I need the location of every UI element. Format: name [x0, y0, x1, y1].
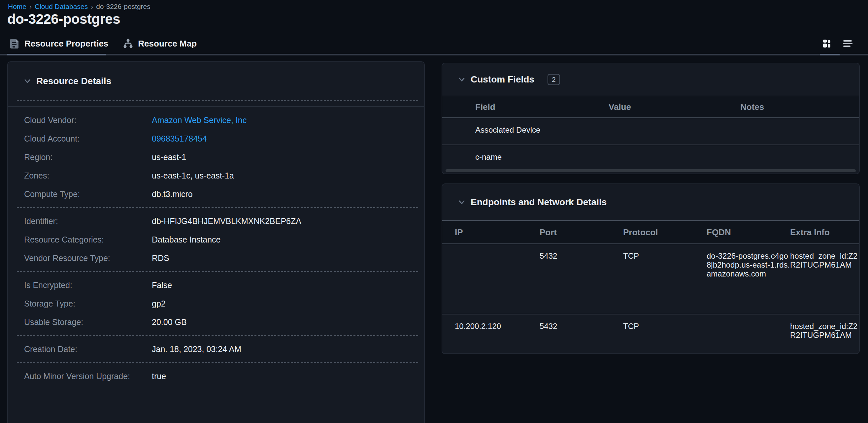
field-label: Usable Storage: — [24, 317, 152, 327]
cell-extra-info: hosted_zone_id:Z2R2ITUGPM61AM — [790, 322, 858, 339]
table-header-row: IP Port Protocol FQDN Extra Info — [442, 220, 859, 244]
active-tab-underline — [7, 54, 106, 56]
field-label: Is Encrypted: — [24, 281, 152, 290]
column-header-port: Port — [539, 227, 623, 237]
field-label: Storage Type: — [24, 299, 152, 308]
field-row-identifier: Identifier: db-HFIJG4BHJEMVBLKMXNK2BEP6Z… — [8, 212, 424, 230]
tab-bar: Resource Properties Resource Map — [0, 33, 868, 56]
field-value: us-east-1c, us-east-1a — [152, 171, 234, 181]
cell-notes — [740, 118, 859, 125]
field-value: RDS — [152, 253, 169, 263]
endpoints-card: Endpoints and Network Details IP Port Pr… — [442, 184, 860, 354]
field-label: Region: — [24, 153, 152, 162]
section-title: Custom Fields — [471, 74, 534, 85]
tab-resource-map[interactable]: Resource Map — [123, 38, 197, 49]
tab-resource-map-label: Resource Map — [138, 39, 197, 49]
field-label: Resource Categories: — [24, 235, 152, 245]
document-icon — [10, 38, 20, 49]
cell-protocol: TCP — [623, 315, 707, 331]
field-row-zones: Zones: us-east-1c, us-east-1a — [8, 166, 424, 185]
custom-fields-card: Custom Fields 2 Field Value Notes Associ… — [442, 63, 860, 174]
cell-fqdn: do-3226-postgres.c4go8jb2hodp.us-east-1.… — [707, 252, 790, 278]
field-row-resource-categories: Resource Categories: Database Instance — [8, 230, 424, 249]
cell-value — [609, 145, 740, 153]
field-label: Creation Date: — [24, 345, 152, 354]
breadcrumb-separator: › — [29, 3, 32, 10]
cell-value — [609, 118, 740, 125]
table-row: c-name — [442, 144, 859, 171]
field-label: Cloud Vendor: — [24, 116, 152, 125]
field-value: False — [152, 281, 172, 290]
count-badge: 2 — [548, 74, 560, 85]
active-view-underline — [820, 54, 840, 56]
column-header-ip: IP — [455, 227, 539, 237]
table-row: 5432 TCP do-3226-postgres.c4go8jb2hodp.u… — [442, 244, 859, 314]
sitemap-icon — [123, 38, 133, 49]
field-value: db-HFIJG4BHJEMVBLKMXNK2BEP6ZA — [152, 217, 301, 226]
cell-port: 5432 — [539, 315, 623, 331]
table-header-row: Field Value Notes — [442, 96, 859, 118]
field-value: db.t3.micro — [152, 189, 193, 199]
collapse-chevron-icon[interactable] — [458, 75, 466, 84]
breadcrumb: Home › Cloud Databases › do-3226-postgre… — [8, 3, 151, 10]
tab-resource-properties-label: Resource Properties — [24, 39, 108, 49]
field-label: Compute Type: — [24, 189, 152, 199]
section-title: Resource Details — [36, 76, 111, 87]
field-row-vendor-resource-type: Vendor Resource Type: RDS — [8, 249, 424, 267]
cell-ip: 10.200.2.120 — [455, 315, 539, 331]
column-header-notes: Notes — [740, 102, 859, 112]
field-value: Database Instance — [152, 235, 220, 245]
horizontal-scrollbar[interactable] — [445, 169, 856, 172]
field-label: Zones: — [24, 171, 152, 181]
tab-bar-divider — [0, 54, 868, 56]
table-row: 10.200.2.120 5432 TCP hosted_zone_id:Z2R… — [442, 314, 859, 354]
field-row-auto-minor-version-upgrade: Auto Minor Version Upgrade: true — [8, 367, 424, 385]
field-row-creation-date: Creation Date: Jan. 18, 2023, 03:24 AM — [8, 340, 424, 358]
breadcrumb-current: do-3226-postgres — [96, 3, 151, 10]
field-row-cloud-account: Cloud Account: 096835178454 — [8, 129, 424, 148]
tab-resource-properties[interactable]: Resource Properties — [10, 38, 108, 49]
column-header-fqdn: FQDN — [707, 227, 790, 237]
field-row-storage-type: Storage Type: gp2 — [8, 294, 424, 313]
field-label: Identifier: — [24, 217, 152, 226]
cell-field: c-name — [475, 145, 609, 162]
cloud-vendor-link[interactable]: Amazon Web Service, Inc — [152, 116, 247, 125]
field-row-compute-type: Compute Type: db.t3.micro — [8, 185, 424, 203]
field-value: gp2 — [152, 299, 166, 308]
field-row-region: Region: us-east-1 — [8, 148, 424, 166]
field-label: Auto Minor Version Upgrade: — [24, 371, 152, 381]
breadcrumb-cloud-databases-link[interactable]: Cloud Databases — [35, 3, 88, 10]
divider — [17, 100, 418, 101]
column-header-extra-info: Extra Info — [790, 227, 859, 237]
breadcrumb-home-link[interactable]: Home — [8, 3, 26, 10]
collapse-chevron-icon[interactable] — [458, 198, 466, 206]
resource-properties-page: Home › Cloud Databases › do-3226-postgre… — [0, 0, 868, 423]
grid-view-icon[interactable] — [821, 38, 832, 49]
field-value: Jan. 18, 2023, 03:24 AM — [152, 345, 241, 354]
collapse-chevron-icon[interactable] — [23, 77, 32, 86]
cell-ip — [455, 244, 539, 252]
field-row-cloud-vendor: Cloud Vendor: Amazon Web Service, Inc — [8, 111, 424, 129]
field-row-usable-storage: Usable Storage: 20.00 GB — [8, 313, 424, 331]
column-header-protocol: Protocol — [623, 227, 707, 237]
column-header-field: Field — [475, 102, 609, 112]
field-value: true — [152, 371, 166, 381]
breadcrumb-separator: › — [91, 3, 93, 10]
table-row: Associated Device — [442, 118, 859, 144]
cell-port: 5432 — [539, 244, 623, 260]
cell-protocol: TCP — [623, 244, 707, 260]
cell-field: Associated Device — [475, 118, 609, 135]
cloud-account-link[interactable]: 096835178454 — [152, 134, 207, 143]
resource-details-card: Resource Details Cloud Vendor: Amazon We… — [7, 61, 425, 423]
list-view-icon[interactable] — [842, 38, 854, 49]
section-title: Endpoints and Network Details — [471, 197, 607, 207]
field-value: us-east-1 — [152, 153, 186, 162]
field-value: 20.00 GB — [152, 317, 187, 327]
field-label: Vendor Resource Type: — [24, 253, 152, 263]
cell-notes — [740, 145, 859, 153]
column-header-value: Value — [609, 102, 740, 112]
field-row-is-encrypted: Is Encrypted: False — [8, 276, 424, 294]
field-label: Cloud Account: — [24, 134, 152, 143]
cell-extra-info: hosted_zone_id:Z2R2ITUGPM61AM — [790, 252, 858, 269]
page-title: do-3226-postgres — [7, 11, 120, 27]
